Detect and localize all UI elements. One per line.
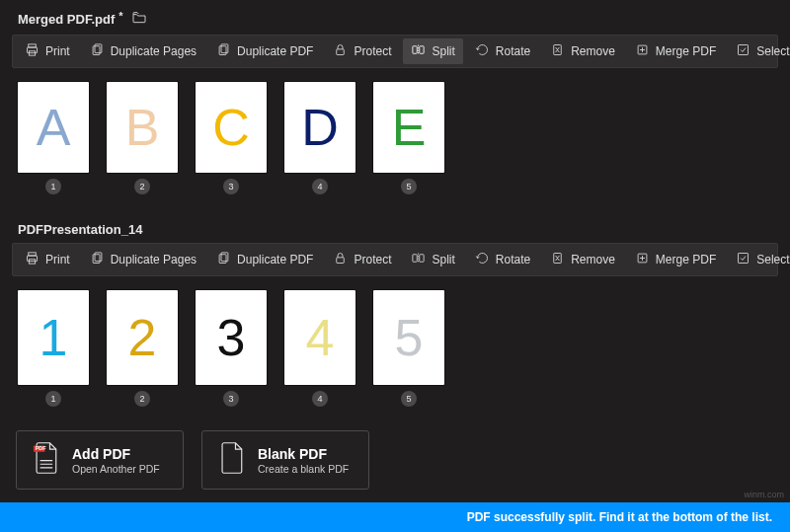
add-pdf-button[interactable]: PDF Add PDF Open Another PDF — [16, 430, 184, 490]
page-number-badge: 5 — [401, 179, 417, 194]
dup-pages-button[interactable]: Duplicate Pages — [82, 247, 204, 272]
dup-pdf-icon — [216, 251, 231, 268]
blank-pdf-button[interactable]: Blank PDF Create a blank PDF — [201, 430, 369, 490]
remove-icon — [550, 251, 565, 268]
dup-pages-button[interactable]: Duplicate Pages — [82, 38, 204, 64]
page-thumbnail[interactable]: C3 — [196, 82, 267, 194]
protect-icon — [333, 251, 348, 268]
page-thumbnail[interactable]: B2 — [107, 82, 178, 194]
page-glyph: 4 — [306, 312, 335, 363]
toolbar-label: Rotate — [496, 253, 530, 266]
pdf-file-icon: PDF — [31, 441, 60, 479]
document-panel: PDFPresentation_14 PrintDuplicate PagesD… — [0, 212, 790, 424]
svg-rect-18 — [221, 253, 228, 262]
toolbar-label: Duplicate Pages — [111, 253, 197, 266]
split-icon — [411, 251, 426, 268]
split-icon — [411, 42, 426, 60]
status-bar: PDF successfully split. Find it at the b… — [0, 502, 790, 532]
pages-row: 1122334455 — [12, 276, 778, 424]
page-number-badge: 2 — [134, 391, 150, 407]
svg-rect-20 — [337, 258, 345, 264]
page-thumbnail[interactable]: D4 — [284, 82, 356, 194]
svg-text:PDF: PDF — [36, 445, 46, 451]
dup-pdf-button[interactable]: Duplicate PDF — [208, 38, 321, 64]
page-glyph: 2 — [128, 312, 157, 363]
page-sheet: E — [373, 82, 444, 173]
toolbar-label: Split — [432, 44, 454, 58]
svg-rect-22 — [420, 255, 424, 263]
print-icon — [25, 42, 40, 60]
page-number-badge: 1 — [45, 391, 61, 407]
rotate-icon — [475, 42, 490, 60]
page-glyph: A — [37, 102, 71, 153]
split-button[interactable]: Split — [403, 247, 462, 272]
page-number-badge: 3 — [223, 391, 239, 407]
toolbar-label: Rotate — [496, 44, 530, 58]
dup-pdf-button[interactable]: Duplicate PDF — [208, 247, 321, 272]
page-sheet: 4 — [284, 290, 356, 385]
print-icon — [25, 251, 40, 268]
toolbar-label: Duplicate PDF — [237, 253, 313, 266]
page-glyph: B — [125, 102, 160, 153]
blank-pdf-subtitle: Create a blank PDF — [258, 463, 349, 475]
page-thumbnail[interactable]: A1 — [18, 82, 89, 194]
select-all-button[interactable]: Select All — [728, 247, 790, 272]
unsaved-indicator: * — [118, 10, 122, 22]
page-number-badge: 5 — [401, 391, 417, 407]
toolbar-label: Duplicate PDF — [237, 44, 313, 58]
page-thumbnail[interactable]: 55 — [373, 290, 444, 407]
remove-button[interactable]: Remove — [542, 38, 623, 64]
toolbar-label: Split — [432, 253, 454, 266]
split-button[interactable]: Split — [403, 38, 462, 64]
page-sheet: B — [107, 82, 178, 173]
open-folder-icon[interactable] — [131, 10, 147, 29]
document-title: Merged PDF.pdf — [18, 12, 115, 27]
page-glyph: 5 — [395, 312, 424, 363]
document-toolbar: PrintDuplicate PagesDuplicate PDFProtect… — [12, 35, 778, 68]
svg-rect-21 — [413, 255, 417, 263]
page-number-badge: 2 — [134, 179, 150, 194]
select-all-icon — [736, 42, 750, 60]
page-glyph: D — [301, 102, 339, 153]
page-thumbnail[interactable]: 44 — [284, 290, 356, 407]
page-glyph: 3 — [217, 312, 246, 363]
pages-row: A1B2C3D4E5 — [12, 68, 778, 212]
svg-rect-5 — [221, 44, 228, 53]
svg-rect-12 — [739, 45, 749, 55]
page-thumbnail[interactable]: 22 — [107, 290, 178, 407]
select-all-button[interactable]: Select All — [728, 38, 790, 64]
merge-button[interactable]: Merge PDF — [627, 38, 724, 64]
page-number-badge: 4 — [312, 179, 328, 194]
page-sheet: A — [18, 82, 89, 173]
document-title: PDFPresentation_14 — [18, 222, 142, 237]
toolbar-label: Remove — [571, 253, 615, 266]
protect-button[interactable]: Protect — [325, 38, 399, 64]
page-thumbnail[interactable]: E5 — [373, 82, 444, 194]
print-button[interactable]: Print — [17, 38, 78, 64]
document-panel: Merged PDF.pdf * PrintDuplicate PagesDup… — [0, 0, 790, 212]
merge-button[interactable]: Merge PDF — [627, 247, 724, 272]
page-thumbnail[interactable]: 11 — [18, 290, 89, 407]
toolbar-label: Select All — [756, 253, 790, 266]
document-header: Merged PDF.pdf * — [12, 0, 778, 35]
page-glyph: E — [392, 102, 427, 153]
page-number-badge: 3 — [223, 179, 239, 194]
toolbar-label: Protect — [354, 44, 391, 58]
page-number-badge: 1 — [45, 179, 61, 194]
dup-pages-icon — [90, 42, 105, 60]
document-header: PDFPresentation_14 — [12, 212, 778, 243]
rotate-button[interactable]: Rotate — [467, 38, 538, 64]
page-glyph: C — [212, 102, 250, 153]
print-button[interactable]: Print — [17, 247, 78, 272]
toolbar-label: Remove — [571, 44, 615, 58]
toolbar-label: Print — [45, 44, 70, 58]
remove-button[interactable]: Remove — [542, 247, 623, 272]
svg-rect-6 — [219, 46, 226, 55]
protect-button[interactable]: Protect — [325, 247, 399, 272]
page-thumbnail[interactable]: 33 — [196, 290, 267, 407]
bottom-actions: PDF Add PDF Open Another PDF Blank PDF C… — [0, 424, 790, 490]
rotate-button[interactable]: Rotate — [467, 247, 538, 272]
rotate-icon — [475, 251, 490, 268]
page-number-badge: 4 — [312, 391, 328, 407]
watermark: winm.com — [744, 490, 784, 499]
